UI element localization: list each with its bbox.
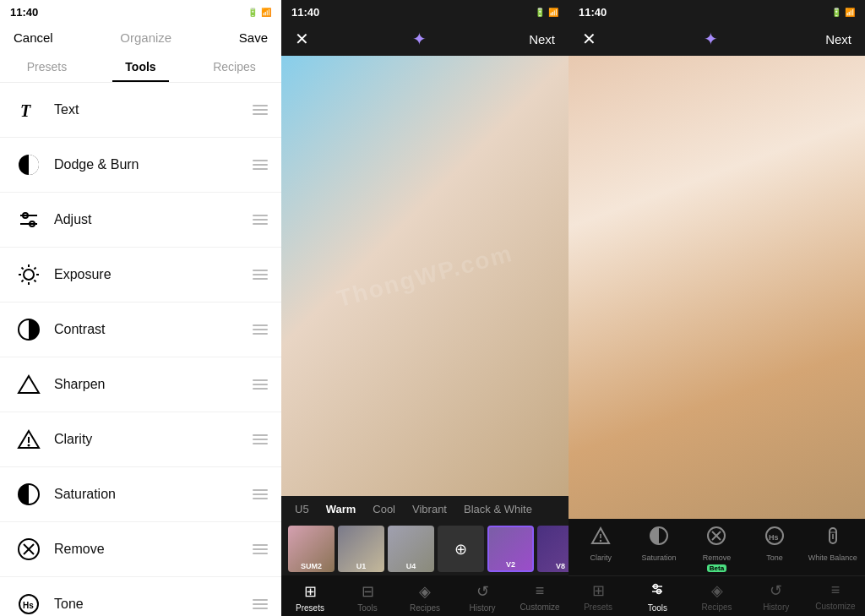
filter-thumb-u1[interactable]: U1 bbox=[338, 526, 384, 572]
signal-icon: 📶 bbox=[261, 8, 271, 17]
presets-label-2: Presets bbox=[296, 603, 324, 613]
filter-thumb-sum2[interactable]: SUM2 bbox=[288, 526, 335, 572]
bottom-icon-remove[interactable]: Remove Beta bbox=[688, 526, 746, 572]
tool-item-sharpen[interactable]: Sharpen bbox=[0, 357, 281, 412]
photo-image-3 bbox=[569, 56, 865, 519]
filter-thumb-u4[interactable]: U4 bbox=[388, 526, 434, 572]
bottom-icon-tone-label: Tone bbox=[766, 553, 783, 562]
saturation-icon bbox=[14, 479, 44, 510]
battery-3: 🔋 bbox=[831, 8, 841, 17]
panel3-nav: ✕ ✦ Next bbox=[569, 24, 865, 56]
svg-text:Hs: Hs bbox=[23, 601, 34, 610]
filter-thumb-label-u4: U4 bbox=[388, 562, 434, 570]
bottom-icon-clarity-label: Clarity bbox=[590, 553, 612, 562]
status-bar-2: 11:40 🔋 📶 bbox=[281, 0, 569, 24]
tool-item-contrast[interactable]: Contrast bbox=[0, 303, 281, 357]
bottom-icons-3: Clarity Saturation Remove Beta Hs Tone bbox=[569, 519, 865, 575]
filter-tabs: U5 Warm Cool Vibrant Black & White bbox=[281, 496, 569, 522]
tools-icon-2: ⊟ bbox=[362, 582, 374, 601]
tool-item-tone[interactable]: Hs Tone bbox=[0, 577, 281, 616]
bottom-icon-white-balance-label: White Balance bbox=[808, 553, 857, 562]
drag-handle-exposure bbox=[253, 270, 268, 280]
organize-button[interactable]: Organize bbox=[120, 30, 171, 45]
beta-badge: Beta bbox=[707, 564, 726, 572]
tab-bar: Presets Tools Recipes bbox=[0, 52, 281, 83]
magic-icon-2: ✦ bbox=[412, 29, 427, 49]
bottom-icon-clarity[interactable]: Clarity bbox=[572, 526, 630, 572]
history-label-2: History bbox=[469, 603, 495, 613]
bottom-icon-tone[interactable]: Hs Tone bbox=[746, 526, 804, 572]
next-button-3[interactable]: Next bbox=[825, 32, 851, 46]
bottom-tabs-2: ⊞ Presets ⊟ Tools ◈ Recipes ↺ History ≡ … bbox=[281, 575, 569, 616]
bottom-icon-saturation[interactable]: Saturation bbox=[630, 526, 688, 572]
dot-icon-u5: ⊕ bbox=[454, 540, 467, 559]
filter-tab-vibrant[interactable]: Vibrant bbox=[412, 503, 447, 515]
bottom-tab-history-2[interactable]: ↺ History bbox=[454, 582, 511, 613]
filter-tab-cool[interactable]: Cool bbox=[373, 503, 395, 515]
bottom-tab-recipes-2[interactable]: ◈ Recipes bbox=[396, 582, 454, 613]
next-button-2[interactable]: Next bbox=[529, 32, 555, 46]
bottom-tab-customize-2[interactable]: ≡ Customize bbox=[511, 582, 569, 613]
svg-line-12 bbox=[34, 280, 35, 281]
tool-item-exposure[interactable]: Exposure bbox=[0, 248, 281, 303]
tools-icon-3 bbox=[650, 581, 665, 601]
filter-tab-warm[interactable]: Warm bbox=[326, 503, 356, 515]
bottom-tab-history-3[interactable]: ↺ History bbox=[747, 581, 806, 613]
tab-recipes[interactable]: Recipes bbox=[188, 52, 281, 82]
recipes-icon-3: ◈ bbox=[711, 581, 723, 600]
photo-main-3 bbox=[569, 56, 865, 519]
close-button-2[interactable]: ✕ bbox=[295, 29, 309, 49]
drag-handle-clarity bbox=[253, 434, 268, 444]
svg-line-14 bbox=[22, 280, 24, 281]
exposure-icon bbox=[14, 259, 44, 290]
bottom-icon-white-balance[interactable]: White Balance bbox=[803, 526, 862, 572]
filter-thumb-u5[interactable]: ⊕ bbox=[438, 526, 484, 572]
tools-label-3: Tools bbox=[648, 603, 667, 613]
filter-thumbnails: SUM2 U1 U4 ⊕ V2 V8 bbox=[281, 522, 569, 575]
filter-thumb-v2[interactable]: V2 bbox=[487, 526, 534, 572]
filter-tab-bw[interactable]: Black & White bbox=[464, 503, 532, 515]
bottom-tab-tools-2[interactable]: ⊟ Tools bbox=[339, 582, 396, 613]
filter-thumb-label-v2: V2 bbox=[489, 560, 532, 569]
filter-thumb-label-sum2: SUM2 bbox=[288, 562, 335, 570]
status-time-2: 11:40 bbox=[291, 6, 319, 19]
presets-label-3: Presets bbox=[584, 602, 612, 612]
bottom-tab-tools-3[interactable]: Tools bbox=[628, 581, 687, 613]
tab-presets[interactable]: Presets bbox=[0, 52, 94, 82]
signal-2: 📶 bbox=[548, 8, 558, 17]
history-icon-3: ↺ bbox=[770, 581, 782, 600]
bottom-tab-presets-2[interactable]: ⊞ Presets bbox=[281, 582, 339, 613]
top-nav-1: Cancel Organize Save bbox=[0, 24, 281, 52]
tool-label-contrast: Contrast bbox=[54, 322, 253, 337]
bottom-tab-customize-3[interactable]: ≡ Customize bbox=[806, 581, 865, 613]
save-button[interactable]: Save bbox=[239, 30, 268, 45]
drag-handle-contrast bbox=[253, 324, 268, 335]
tool-label-exposure: Exposure bbox=[54, 267, 253, 282]
drag-handle-text bbox=[253, 105, 268, 115]
white-balance-icon bbox=[823, 526, 843, 551]
drag-handle-saturation bbox=[253, 489, 268, 499]
tab-tools[interactable]: Tools bbox=[94, 52, 188, 82]
tool-item-adjust[interactable]: Adjust bbox=[0, 193, 281, 248]
tool-item-saturation[interactable]: Saturation bbox=[0, 467, 281, 522]
sharpen-icon bbox=[14, 369, 44, 400]
contrast-icon bbox=[14, 314, 44, 345]
filter-tab-u5[interactable]: U5 bbox=[295, 503, 309, 515]
drag-handle-remove bbox=[253, 544, 268, 554]
svg-point-6 bbox=[24, 270, 34, 280]
svg-line-11 bbox=[22, 268, 24, 270]
cancel-button[interactable]: Cancel bbox=[14, 30, 53, 45]
magic-icon-3: ✦ bbox=[704, 29, 718, 49]
filter-thumb-v8[interactable]: V8 bbox=[537, 526, 569, 572]
tool-item-text[interactable]: T Text bbox=[0, 83, 281, 138]
status-icons-2: 🔋 📶 bbox=[535, 8, 558, 17]
tool-item-clarity[interactable]: Clarity bbox=[0, 412, 281, 467]
bottom-tab-presets-3[interactable]: ⊞ Presets bbox=[569, 581, 628, 613]
tool-item-remove[interactable]: Remove bbox=[0, 522, 281, 577]
filter-thumb-label-v8: V8 bbox=[537, 562, 569, 570]
bottom-tab-recipes-3[interactable]: ◈ Recipes bbox=[687, 581, 746, 613]
close-button-3[interactable]: ✕ bbox=[582, 29, 596, 49]
tool-item-dodge-burn[interactable]: Dodge & Burn bbox=[0, 138, 281, 193]
remove-icon bbox=[14, 534, 44, 564]
status-bar-3: 11:40 🔋 📶 bbox=[569, 0, 865, 24]
